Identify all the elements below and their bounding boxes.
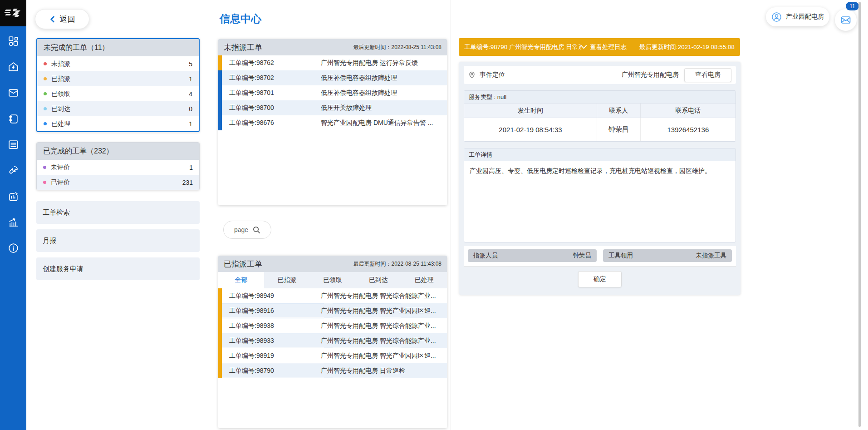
- work-order-desc: 广州智光专用配电房 日常巡检: [321, 367, 447, 375]
- assigned-panel-title: 已指派工单: [224, 259, 262, 269]
- back-button[interactable]: 返回: [35, 9, 89, 29]
- status-stat-row[interactable]: 已领取 4: [37, 86, 199, 101]
- menu-item-create-service-request[interactable]: 创建服务申请: [36, 257, 200, 280]
- user-avatar-icon: [771, 12, 782, 22]
- work-order-row[interactable]: 工单编号:98762 广州智光专用配电房 运行异常反馈: [218, 55, 447, 70]
- work-order-row[interactable]: 工单编号:98702 低压补偿电容器组故障处理: [218, 70, 447, 85]
- sidebar-item-analytics[interactable]: [0, 211, 26, 233]
- page-search-input[interactable]: page: [223, 221, 271, 239]
- sidebar-item-report[interactable]: [0, 185, 26, 208]
- confirm-button[interactable]: 确定: [578, 271, 622, 287]
- work-order-row[interactable]: 工单编号:98919 广州智光专用配电房 智光产业园园区巡...: [218, 348, 447, 363]
- unassigned-rows: 工单编号:98762 广州智光专用配电房 运行异常反馈 工单编号:98702 低…: [218, 55, 447, 130]
- location-pin-icon: [468, 71, 476, 79]
- status-tab[interactable]: 已指派: [264, 272, 310, 288]
- status-tab[interactable]: 全部: [218, 272, 264, 288]
- assigned-panel-header: 已指派工单 最后更新时间：2022-08-25 11:43:08: [218, 256, 447, 272]
- work-order-row[interactable]: 工单编号:98949 广州智光专用配电房 智光综合能源产业...: [218, 288, 447, 303]
- work-order-row[interactable]: 工单编号:98938 广州智光专用配电房 智光综合能源产业...: [218, 318, 447, 333]
- messages-button[interactable]: [835, 9, 857, 31]
- unassigned-orders-panel: 未指派工单 最后更新时间：2022-08-25 11:43:08 工单编号:98…: [218, 39, 447, 205]
- unassigned-panel-title: 未指派工单: [224, 42, 262, 53]
- mid-panel-divider: [451, 0, 451, 430]
- view-room-button[interactable]: 查看电房: [684, 68, 731, 82]
- status-stat-row[interactable]: 已评价 231: [37, 175, 199, 190]
- sidebar-item-info[interactable]: [0, 237, 26, 259]
- assigned-updated-time: 最后更新时间：2022-08-25 11:43:08: [353, 260, 441, 268]
- status-count: 5: [189, 60, 192, 68]
- row-status-bar: [218, 348, 222, 363]
- work-order-id: 工单编号:98916: [222, 307, 321, 315]
- left-panel-divider: [208, 0, 208, 430]
- selected-order-title: 工单编号:98790 广州智光专用配电房 日常巡检: [464, 43, 581, 51]
- status-tab[interactable]: 已到达: [355, 272, 401, 288]
- work-order-desc: 广州智光专用配电房 运行异常反馈: [321, 59, 447, 67]
- sidebar-item-messages[interactable]: [0, 82, 26, 104]
- work-order-id: 工单编号:98949: [222, 292, 321, 300]
- assigned-rows: 工单编号:98949 广州智光专用配电房 智光综合能源产业... 工单编号:98…: [218, 288, 447, 378]
- menu-item-label: 创建服务申请: [43, 265, 83, 273]
- chevron-down-icon: [581, 45, 587, 49]
- event-location-label: 事件定位: [480, 71, 622, 79]
- row-status-bar: [218, 333, 222, 348]
- page-title: 信息中心: [220, 12, 261, 26]
- tools-bar: 工具领用 未指派工具: [603, 249, 732, 262]
- status-dot: [43, 166, 46, 169]
- sidebar-item-home[interactable]: [0, 56, 26, 78]
- work-order-desc: 广州智光专用配电房 智光综合能源产业...: [321, 337, 447, 345]
- assignee-value: 钟荣昌: [573, 252, 592, 260]
- sidebar-item-notebook[interactable]: [0, 108, 26, 130]
- status-dot: [44, 107, 47, 110]
- status-label: 未指派: [51, 60, 189, 68]
- view-log-label: 查看处理日志: [590, 43, 627, 51]
- assignee-bar: 指派人员 钟荣昌: [468, 249, 597, 262]
- finished-card-rows: 未评价 1 已评价 231: [37, 160, 199, 190]
- work-detail-label: 工单详情: [464, 148, 736, 161]
- sidebar-item-dashboard[interactable]: [0, 30, 26, 52]
- status-tab[interactable]: 已处理: [401, 272, 447, 288]
- info-table-header: 发生时间 联系人 联系电话: [464, 104, 736, 118]
- work-order-row[interactable]: 工单编号:98700 低压开关故障处理: [218, 100, 447, 115]
- work-order-row[interactable]: 工单编号:98916 广州智光专用配电房 智光产业园园区巡...: [218, 303, 447, 318]
- menu-item-monthly-report[interactable]: 月报: [36, 229, 200, 252]
- unassigned-panel-header: 未指派工单 最后更新时间：2022-08-25 11:43:08: [218, 39, 447, 55]
- status-stat-row[interactable]: 未指派 5: [37, 56, 199, 71]
- logo-stripes-icon: [4, 6, 22, 20]
- work-order-desc: 智光产业园配电房 DMU通信异常告警 ...: [321, 119, 447, 127]
- view-log-link[interactable]: 查看处理日志: [581, 43, 627, 51]
- status-stat-row[interactable]: 已处理 1: [37, 116, 199, 131]
- work-order-desc: 广州智光专用配电房 智光综合能源产业...: [321, 322, 447, 330]
- selected-order-header: 工单编号:98790 广州智光专用配电房 日常巡检 查看处理日志 最后更新时间:…: [459, 38, 740, 56]
- work-order-desc: 低压补偿电容器组故障处理: [321, 89, 447, 97]
- unread-count-badge: 11: [846, 2, 859, 10]
- status-stat-row[interactable]: 已指派 1: [37, 71, 199, 86]
- info-table-row: 2021-02-19 08:54:33 钟荣昌 13926452136: [464, 118, 736, 141]
- work-order-id: 工单编号:98700: [222, 104, 321, 112]
- status-tab[interactable]: 已领取: [310, 272, 356, 288]
- work-order-desc: 低压补偿电容器组故障处理: [321, 74, 447, 82]
- user-account-button[interactable]: 产业园配电房: [766, 7, 829, 26]
- assignment-bars-row: 指派人员 钟荣昌 工具领用 未指派工具: [464, 246, 736, 267]
- assigned-status-tabs: 全部 已指派 已领取 已到达 已处理: [218, 272, 447, 288]
- work-order-row[interactable]: 工单编号:98790 广州智光专用配电房 日常巡检: [218, 363, 447, 378]
- work-order-row[interactable]: 工单编号:98676 智光产业园配电房 DMU通信异常告警 ...: [218, 115, 447, 130]
- search-value: page: [234, 226, 248, 233]
- status-label: 已处理: [51, 120, 189, 128]
- page-scrollbar[interactable]: [858, 2, 861, 427]
- assignee-label: 指派人员: [473, 252, 498, 260]
- work-order-row[interactable]: 工单编号:98701 低压补偿电容器组故障处理: [218, 85, 447, 100]
- status-stat-row[interactable]: 未评价 1: [37, 160, 199, 175]
- finished-orders-card[interactable]: 已完成的工单（232） 未评价 1 已评价 231: [36, 142, 200, 190]
- work-order-desc: 广州智光专用配电房 智光产业园园区巡...: [321, 307, 447, 315]
- menu-item-order-search[interactable]: 工单检索: [36, 201, 200, 224]
- nav-rail: [0, 0, 26, 430]
- status-label: 未评价: [51, 163, 189, 172]
- unfinished-card-rows: 未指派 5 已指派 1 已领取 4 已到达 0: [37, 56, 199, 131]
- work-order-id: 工单编号:98790: [222, 367, 321, 375]
- sidebar-item-worklist[interactable]: [0, 133, 26, 156]
- service-type-label: 服务类型 : null: [464, 91, 736, 104]
- unfinished-orders-card[interactable]: 未完成的工单（11） 未指派 5 已指派 1 已领取 4 已到达: [36, 38, 200, 132]
- work-order-row[interactable]: 工单编号:98933 广州智光专用配电房 智光综合能源产业...: [218, 333, 447, 348]
- sidebar-item-tools[interactable]: [0, 159, 26, 182]
- status-stat-row[interactable]: 已到达 0: [37, 101, 199, 116]
